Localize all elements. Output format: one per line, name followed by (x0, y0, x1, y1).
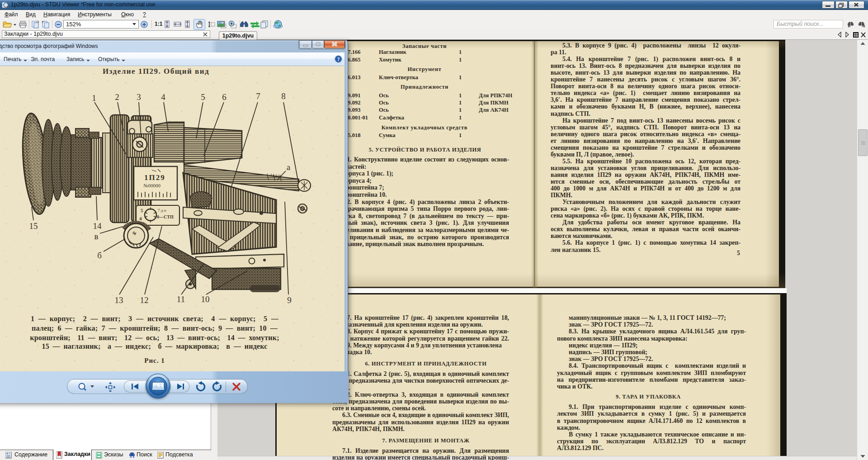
svg-text:Изделие 1П29. Общий вид: Изделие 1П29. Общий вид (103, 67, 209, 76)
svg-text:15: 15 (29, 221, 38, 231)
svg-text:14: 14 (93, 221, 102, 231)
svg-text:4: 4 (139, 216, 142, 221)
svg-text:3: 3 (137, 92, 141, 102)
svg-text:12: 12 (140, 295, 149, 305)
svg-text:7: 7 (256, 91, 260, 101)
svg-text:8: 8 (281, 91, 286, 101)
svg-text:9: 9 (287, 295, 292, 305)
svg-text:б: б (97, 251, 102, 260)
svg-text:1П29: 1П29 (144, 173, 165, 182)
svg-text:а: а (287, 162, 291, 172)
svg-text:?: ? (337, 57, 340, 62)
svg-text:7 д п: 7 д п (158, 208, 166, 213)
svg-text:11: 11 (177, 294, 185, 304)
svg-text:1: 1 (92, 93, 96, 103)
svg-text:10: 10 (201, 294, 210, 304)
svg-text:№00000: №00000 (143, 183, 160, 188)
svg-text:6: 6 (222, 92, 226, 102)
svg-text:5: 5 (141, 208, 143, 213)
svg-text:13: 13 (115, 295, 123, 305)
svg-text:5: 5 (201, 92, 205, 102)
svg-text:4: 4 (161, 92, 165, 102)
svg-text:0—СТП: 0—СТП (157, 214, 174, 219)
svg-text:в: в (94, 232, 99, 241)
svg-text:2: 2 (115, 92, 119, 102)
